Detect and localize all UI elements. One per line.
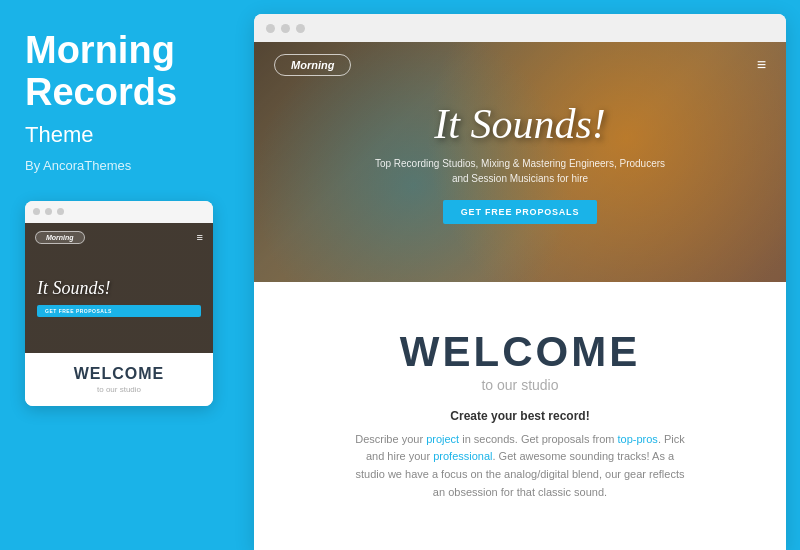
small-browser-bar — [25, 201, 213, 223]
welcome-subtitle: to our studio — [481, 377, 558, 393]
hero-body: It Sounds! Top Recording Studios, Mixing… — [370, 100, 670, 224]
browser-dot-1 — [266, 24, 275, 33]
right-panel: Morning ≡ It Sounds! Top Recording Studi… — [254, 14, 786, 550]
professional-link[interactable]: professional — [433, 450, 492, 462]
browser-dot-3 — [296, 24, 305, 33]
browser-bar — [254, 14, 786, 42]
small-hero-title: It Sounds! — [37, 278, 201, 299]
small-welcome: WELCOME to our studio — [25, 353, 213, 406]
hero-logo: Morning — [274, 54, 351, 76]
small-nav: Morning ≡ — [25, 231, 213, 244]
small-mockup: Morning ≡ It Sounds! GET FREE PROPOSALS … — [25, 201, 213, 406]
browser-content: Morning ≡ It Sounds! Top Recording Studi… — [254, 42, 786, 550]
hero-cta-button[interactable]: GET FREE PROPOSALS — [443, 200, 597, 224]
small-cta-button: GET FREE PROPOSALS — [37, 305, 201, 317]
small-hamburger-icon: ≡ — [197, 231, 203, 243]
product-author: By AncoraThemes — [25, 158, 131, 173]
small-dot-1 — [33, 208, 40, 215]
welcome-body: Describe your project in seconds. Get pr… — [350, 431, 690, 501]
product-subtitle: Theme — [25, 122, 93, 148]
hero-nav: Morning ≡ — [254, 42, 786, 88]
body-text-1: Describe your — [355, 433, 426, 445]
top-pros-link[interactable]: top-pros — [618, 433, 658, 445]
small-logo: Morning — [35, 231, 85, 244]
hero-hamburger-icon[interactable]: ≡ — [757, 56, 766, 74]
hero-description: Top Recording Studios, Mixing & Masterin… — [370, 156, 670, 186]
hero-title: It Sounds! — [370, 100, 670, 148]
welcome-title: WELCOME — [400, 331, 640, 373]
project-link[interactable]: project — [426, 433, 459, 445]
small-hero: Morning ≡ It Sounds! GET FREE PROPOSALS — [25, 223, 213, 353]
small-welcome-title: WELCOME — [37, 365, 201, 383]
welcome-section: WELCOME to our studio Create your best r… — [254, 282, 786, 550]
small-dot-3 — [57, 208, 64, 215]
hero-section: Morning ≡ It Sounds! Top Recording Studi… — [254, 42, 786, 282]
welcome-tagline: Create your best record! — [450, 409, 589, 423]
body-text-2: in seconds. Get proposals from — [459, 433, 617, 445]
small-welcome-sub: to our studio — [37, 385, 201, 394]
left-panel: Morning Records Theme By AncoraThemes Mo… — [0, 0, 240, 550]
browser-dot-2 — [281, 24, 290, 33]
small-dot-2 — [45, 208, 52, 215]
product-title: Morning Records — [25, 30, 177, 114]
